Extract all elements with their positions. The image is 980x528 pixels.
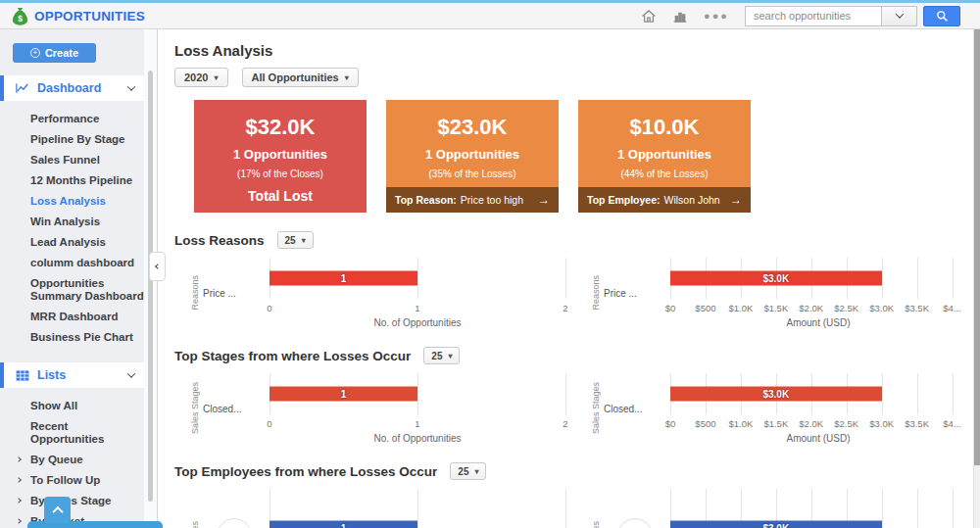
sidebar-item-win-analysis[interactable]: Win Analysis (0, 212, 144, 232)
plot-area: 1 (270, 489, 565, 528)
sidebar-section-dashboard[interactable]: Dashboard (0, 75, 144, 101)
expand-chevron-icon (16, 518, 22, 524)
y-axis-label: Sales Stages (188, 373, 203, 444)
sidebar-item-recent-opportunities[interactable]: Recent Opportunities (0, 416, 144, 450)
y-axis-label: Reasons (589, 258, 604, 328)
search-input[interactable] (745, 6, 882, 26)
page-scrollbar-thumb[interactable] (974, 29, 980, 465)
sidebar-item-show-all[interactable]: Show All (0, 396, 144, 416)
sidebar-item-pipeline-by-stage[interactable]: Pipeline By Stage (0, 129, 144, 150)
x-tick-label: $500 (695, 418, 715, 429)
charts-row: Employees Wilson John 1 012 No. of Oppor… (188, 489, 973, 528)
sidebar-item-mrr-dashboard[interactable]: MRR Dashboard (0, 307, 144, 327)
sidebar-item-performance[interactable]: Performance (0, 109, 144, 129)
sidebar-item-by-sales-stage[interactable]: By Sales Stage (0, 491, 144, 511)
bar[interactable]: 1 (270, 521, 417, 528)
kpi-cards-row: $32.0K 1 Opportunities (17% of the Close… (194, 100, 973, 213)
chart-sections: Loss Reasons 25 ▾ Reasons Price ... 1 01… (174, 231, 973, 528)
caret-down-icon: ▾ (302, 236, 306, 245)
plot-column: $3.0K $0$500$1.0K$1.5K$2.0K$2.5K$3.0K$3.… (670, 489, 966, 528)
sidebar-collapse-handle[interactable] (149, 252, 166, 281)
x-tick-label: $3.0K (869, 303, 894, 313)
section-top-employees-from-where-losses-occur: Top Employees from where Losses Occur 25… (174, 462, 973, 528)
x-tick-label: $1.5K (763, 418, 788, 429)
bar-value-label: $3.0K (762, 273, 789, 284)
sidebar-section-lists[interactable]: Lists (0, 362, 144, 388)
plot-column: $3.0K $0$500$1.0K$1.5K$2.0K$2.5K$3.0K$3.… (670, 373, 966, 444)
search-button[interactable] (923, 6, 960, 26)
x-tick-label: $3.5K (905, 303, 929, 313)
gridline (565, 258, 566, 299)
bar[interactable]: $3.0K (670, 271, 882, 286)
view-filter-dropdown[interactable]: All Opportunities▾ (242, 68, 359, 87)
sidebar-item-loss-analysis[interactable]: Loss Analysis (0, 191, 144, 212)
x-tick-label: $0 (665, 303, 676, 313)
dashboard-chart-icon (16, 82, 29, 94)
y-axis-label: Employees (589, 489, 604, 528)
kpi-card-1: $32.0K 1 Opportunities (17% of the Close… (194, 100, 367, 213)
plot-area: $3.0K (670, 489, 966, 528)
plot-column: 1 012 No. of Opportunities (270, 258, 565, 328)
lists-items-list: Show AllRecent OpportunitiesBy QueueTo F… (0, 388, 157, 528)
charts-row: Reasons Price ... 1 012 No. of Opportuni… (188, 258, 973, 328)
x-axis-title: No. of Opportunities (270, 317, 565, 328)
home-icon[interactable] (641, 9, 657, 24)
page-size-dropdown[interactable]: 25 ▾ (277, 231, 314, 249)
chevron-down-icon (895, 10, 903, 18)
kpi-footer-link[interactable]: Top Employee: Wilson John → (578, 187, 751, 213)
gridline (917, 258, 918, 299)
kpi-count: 1 Opportunities (194, 147, 367, 162)
x-tick-label: 0 (267, 303, 271, 313)
plot-column: 1 012 No. of Opportunities (270, 489, 565, 528)
category-label: Closed... (604, 373, 670, 444)
caret-down-icon: ▾ (214, 73, 218, 82)
chart-loss-reasons-count: Reasons Price ... 1 012 No. of Opportuni… (188, 258, 565, 328)
section-top-stages-from-where-losses-occur: Top Stages from where Losses Occur 25 ▾ … (174, 347, 973, 444)
kpi-footer-link[interactable]: Top Reason: Price too high → (386, 187, 559, 213)
bar[interactable]: $3.0K (670, 387, 882, 402)
bar[interactable]: 1 (270, 271, 417, 286)
sidebar-item-opportunities-summary-dashboard[interactable]: Opportunities Summary Dashboard (0, 273, 144, 307)
gridline (882, 489, 883, 528)
x-tick-label: 1 (415, 303, 419, 313)
scroll-to-top-button[interactable] (44, 497, 71, 523)
lists-grid-icon (16, 370, 29, 381)
gridline (417, 489, 418, 528)
bar[interactable]: $3.0K (670, 521, 882, 528)
plot-column: $3.0K $0$500$1.0K$1.5K$2.0K$2.5K$3.0K$3.… (670, 258, 966, 328)
x-axis-ticks: 012 (270, 418, 565, 430)
gridline (417, 373, 418, 414)
gridline (417, 258, 418, 299)
sidebar-item-12-months-pipeline[interactable]: 12 Months Pipeline (0, 170, 144, 191)
more-options-icon[interactable]: ●●● (704, 10, 729, 22)
sidebar-item-by-queue[interactable]: By Queue (0, 450, 144, 470)
sidebar-item-columm-dashboard[interactable]: columm dashboard (0, 253, 144, 273)
kpi-card-3: $10.0K 1 Opportunities (44% of the Losse… (578, 100, 751, 213)
search-scope-dropdown[interactable] (882, 6, 917, 26)
category-label: Wilson John (203, 489, 270, 528)
page-size-dropdown[interactable]: 25 ▾ (450, 462, 486, 480)
bar-chart-icon[interactable] (672, 9, 688, 24)
sidebar-scrollbar-thumb[interactable] (148, 71, 153, 502)
kpi-footer-label: Top Employee: (587, 194, 660, 206)
kpi-percent: (35% of the Losses) (386, 168, 559, 179)
plot-area: $3.0K (670, 373, 966, 414)
x-tick-label: $1.0K (728, 418, 753, 429)
y-axis-label: Reasons (188, 258, 203, 328)
x-axis-ticks: $0$500$1.0K$1.5K$2.0K$2.5K$3.0K$3.5K$4..… (670, 303, 966, 314)
page-size-dropdown[interactable]: 25 ▾ (423, 347, 460, 364)
create-button[interactable]: + Create (13, 43, 96, 63)
gridline (565, 489, 566, 528)
x-tick-label: $2.0K (799, 303, 823, 313)
sidebar-item-business-pie-chart[interactable]: Business Pie Chart (0, 327, 144, 348)
expand-chevron-icon (16, 477, 22, 483)
sidebar-item-sales-funnel[interactable]: Sales Funnel (0, 150, 144, 170)
year-filter-dropdown[interactable]: 2020▾ (174, 68, 228, 87)
sidebar-item-to-follow-up[interactable]: To Follow Up (0, 470, 144, 491)
sidebar-item-lead-analysis[interactable]: Lead Analysis (0, 232, 144, 253)
x-tick-label: $3.5K (905, 418, 929, 429)
filter-row: 2020▾ All Opportunities▾ (174, 68, 973, 87)
page-title: Loss Analysis (174, 42, 973, 59)
bar[interactable]: 1 (270, 387, 417, 402)
kpi-card-2: $23.0K 1 Opportunities (35% of the Losse… (386, 100, 559, 213)
